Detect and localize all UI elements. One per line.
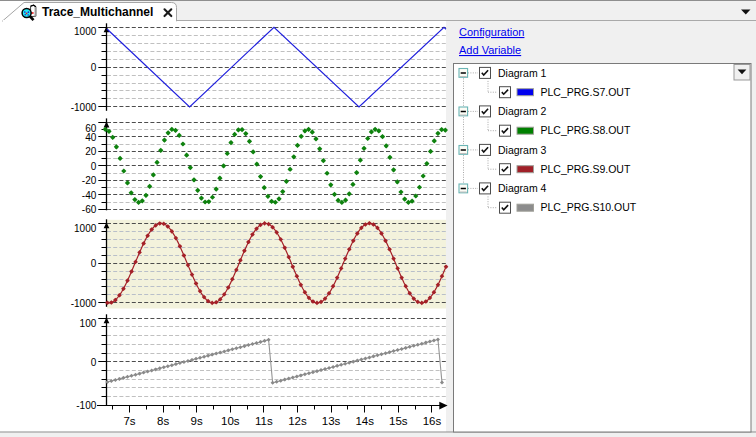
svg-text:40: 40 (85, 132, 97, 143)
svg-text:16s: 16s (423, 415, 442, 427)
svg-text:13s: 13s (322, 415, 341, 427)
svg-text:-1000: -1000 (71, 298, 97, 309)
svg-text:100: 100 (80, 318, 97, 329)
svg-text:11s: 11s (255, 415, 273, 427)
svg-text:Diagram 1: Diagram 1 (498, 67, 547, 79)
svg-text:-100: -100 (76, 400, 96, 411)
svg-text:Diagram 2: Diagram 2 (498, 105, 547, 117)
svg-text:15s: 15s (389, 415, 408, 427)
svg-text:Add Variable: Add Variable (459, 44, 521, 56)
svg-text:0: 0 (91, 161, 97, 172)
svg-text:Trace_Multichannel: Trace_Multichannel (42, 5, 153, 19)
svg-text:PLC_PRG.S7.OUT: PLC_PRG.S7.OUT (541, 86, 631, 98)
svg-text:PLC_PRG.S8.OUT: PLC_PRG.S8.OUT (541, 124, 631, 136)
svg-text:-20: -20 (82, 175, 97, 186)
svg-text:10s: 10s (221, 415, 240, 427)
svg-text:14s: 14s (355, 415, 374, 427)
svg-text:9s: 9s (191, 415, 203, 427)
svg-text:0: 0 (91, 357, 97, 368)
svg-text:-60: -60 (82, 204, 97, 215)
svg-text:-40: -40 (82, 190, 97, 201)
svg-text:Diagram 3: Diagram 3 (498, 144, 547, 156)
svg-text:20: 20 (85, 146, 97, 157)
svg-text:PLC_PRG.S10.OUT: PLC_PRG.S10.OUT (541, 201, 637, 213)
svg-text:-1000: -1000 (71, 102, 97, 113)
svg-text:8s: 8s (157, 415, 169, 427)
svg-text:Diagram 4: Diagram 4 (498, 182, 547, 194)
svg-text:12s: 12s (288, 415, 307, 427)
svg-text:1000: 1000 (74, 223, 97, 234)
svg-text:0: 0 (91, 62, 97, 73)
svg-text:7s: 7s (123, 415, 135, 427)
svg-text:Configuration: Configuration (459, 26, 524, 38)
svg-text:0: 0 (91, 258, 97, 269)
svg-text:PLC_PRG.S9.OUT: PLC_PRG.S9.OUT (541, 163, 631, 175)
svg-text:1000: 1000 (74, 26, 97, 37)
